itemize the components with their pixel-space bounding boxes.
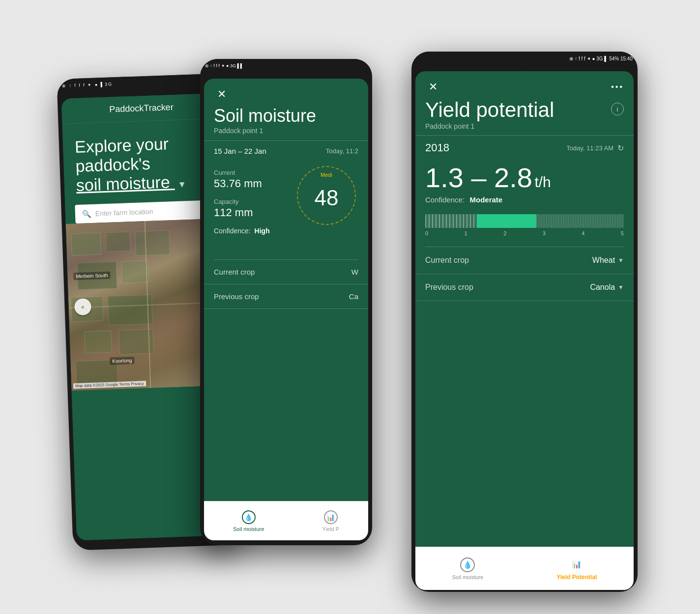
bar-label-2: 2 <box>503 230 506 236</box>
phone2-nav-soil-label: Soil moisture <box>233 526 264 532</box>
phone3-current-crop-label: Current crop <box>425 256 469 265</box>
phone2-status-bar: ⊕ ↑ f f f ✦ ● 3G ▌▌ <box>200 59 372 73</box>
phone2-date-today: Today, 11:2 <box>326 147 358 155</box>
phone-3: ⊕ ↑ f f f ✦ ● 3G ▌ 54% 15:40 ✕ ••• Yield… <box>411 52 638 592</box>
phone3-confidence-label: Confidence: <box>425 195 465 204</box>
phone3-previous-crop-label: Previous crop <box>425 283 473 292</box>
phone2-date-range: 15 Jan – 22 Jan <box>214 147 266 155</box>
phone1-search-placeholder[interactable]: Enter farm location <box>95 208 153 218</box>
hero-line2: paddock's <box>75 154 150 175</box>
phone2-gauge: Medi 48 <box>297 166 361 230</box>
phone2-previous-crop-label: Previous crop <box>214 292 259 301</box>
phone3-nav-yield-label: Yield Potential <box>556 574 597 581</box>
hero-line1: Explore your <box>75 134 169 156</box>
phone3-current-crop-value: Wheat <box>592 256 615 265</box>
phone2-gauge-number: 48 <box>315 186 339 210</box>
phone3-confidence-value: Moderate <box>470 195 503 204</box>
phone3-current-crop-row: Current crop Wheat ▼ <box>415 247 634 274</box>
phone2-title: Soil moisture <box>204 104 368 127</box>
phone3-confidence: Confidence: Moderate <box>415 194 634 210</box>
soil-moisture-nav-icon: 💧 <box>242 510 256 524</box>
yield-potential-nav-icon: 📊 <box>324 510 338 524</box>
phone3-screen-header: ✕ ••• <box>415 71 634 97</box>
phone1-app-title: PaddockTracker <box>109 102 174 115</box>
phone3-previous-crop-select[interactable]: Canola ▼ <box>590 283 624 292</box>
phones-container: ⊕ ↑ f f f ✦ ● ▌3G PaddockTracker Explore… <box>55 37 645 577</box>
phone2-subtitle: Paddock point 1 <box>204 127 368 140</box>
phone3-current-crop-select[interactable]: Wheat ▼ <box>592 256 624 265</box>
phone2-current-crop-value: W <box>351 268 358 276</box>
yield-bar-fill <box>477 214 536 228</box>
phone2-previous-crop-row: Previous crop Ca <box>204 284 368 309</box>
phone3-info-btn[interactable]: i <box>611 103 624 115</box>
phone3-previous-crop-value: Canola <box>590 283 615 292</box>
phone2-confidence-label: Confidence: <box>214 227 251 235</box>
phone3-bottom-nav: 💧 Soil moisture 📊 Yield Potential <box>415 547 634 590</box>
phone3-nav-yield[interactable]: 📊 Yield Potential <box>545 553 609 585</box>
phone1-status-icons: ⊕ ↑ f f f ✦ ● ▌3G <box>62 82 113 88</box>
phone3-status-bar: ⊕ ↑ f f f ✦ ● 3G ▌ 54% 15:40 <box>411 52 638 65</box>
phone3-nav-soil-label: Soil moisture <box>452 574 484 580</box>
phone3-year-row: 2018 Today, 11:23 AM ↻ <box>415 135 634 160</box>
phone2-previous-crop-value: Ca <box>349 292 358 301</box>
map-town2-label: Koorlong <box>110 357 135 365</box>
phone3-date-today: Today, 11:23 AM <box>566 144 613 152</box>
phone2-date-row: 15 Jan – 22 Jan Today, 11:2 <box>204 140 368 161</box>
phone3-nav-soil[interactable]: 💧 Soil moisture <box>440 554 496 584</box>
hero-dropdown-arrow[interactable]: ▼ <box>177 179 187 190</box>
phone2-current-crop-row: Current crop W <box>204 260 368 284</box>
phone1-hero-text: Explore your paddock's soil moisture ▼ <box>75 133 212 195</box>
phone3-yield-unit: t/h <box>534 174 551 190</box>
phone-2: ⊕ ↑ f f f ✦ ● 3G ▌▌ ✕ Soil moisture Padd… <box>200 59 372 545</box>
phone3-yield-value: 1.3 – 2.8 <box>425 162 532 193</box>
canola-dropdown-arrow: ▼ <box>618 284 624 291</box>
phone3-refresh-icon[interactable]: ↻ <box>617 143 624 153</box>
hero-highlight: soil moisture <box>76 172 175 195</box>
phone3-soil-moisture-icon: 💧 <box>460 558 475 572</box>
phone3-title: Yield potential <box>425 99 554 121</box>
map-town1-label: Merbein South <box>73 272 111 280</box>
bar-label-3: 3 <box>543 230 546 236</box>
phone2-gauge-label: Medi <box>321 172 332 178</box>
wheat-dropdown-arrow: ▼ <box>618 257 624 264</box>
phone2-close-btn[interactable]: ✕ <box>214 86 230 102</box>
phone3-yield-bar-section: 0 1 2 3 4 5 <box>415 210 634 247</box>
bar-label-0: 0 <box>425 230 428 236</box>
phone2-nav-soil[interactable]: 💧 Soil moisture <box>223 506 274 536</box>
phone2-nav-yield-label: Yield P <box>322 526 339 532</box>
phone2-bottom-nav: 💧 Soil moisture 📊 Yield P <box>204 501 368 540</box>
phone2-current-crop-label: Current crop <box>214 268 255 276</box>
phone1-search-icon: 🔍 <box>82 209 92 219</box>
phone3-year: 2018 <box>425 141 449 154</box>
phone2-nav-yield[interactable]: 📊 Yield P <box>313 506 349 536</box>
phone2-screen-header: ✕ <box>204 79 368 104</box>
phone3-more-btn[interactable]: ••• <box>611 83 624 91</box>
bar-label-1: 1 <box>465 230 467 236</box>
bar-label-4: 4 <box>582 230 584 236</box>
phone3-close-btn[interactable]: ✕ <box>425 79 441 95</box>
phone2-confidence-value: High <box>255 227 270 235</box>
phone3-subtitle: Paddock point 1 <box>425 121 554 134</box>
phone3-yield-potential-icon: 📊 <box>569 557 584 572</box>
phone3-yield-range: 1.3 – 2.8 t/h <box>415 160 634 194</box>
phone2-data-section: Current 53.76 mm Capacity 112 mm Confide… <box>204 161 368 259</box>
bar-label-5: 5 <box>621 230 624 236</box>
phone3-previous-crop-row: Previous crop Canola ▼ <box>415 274 634 301</box>
